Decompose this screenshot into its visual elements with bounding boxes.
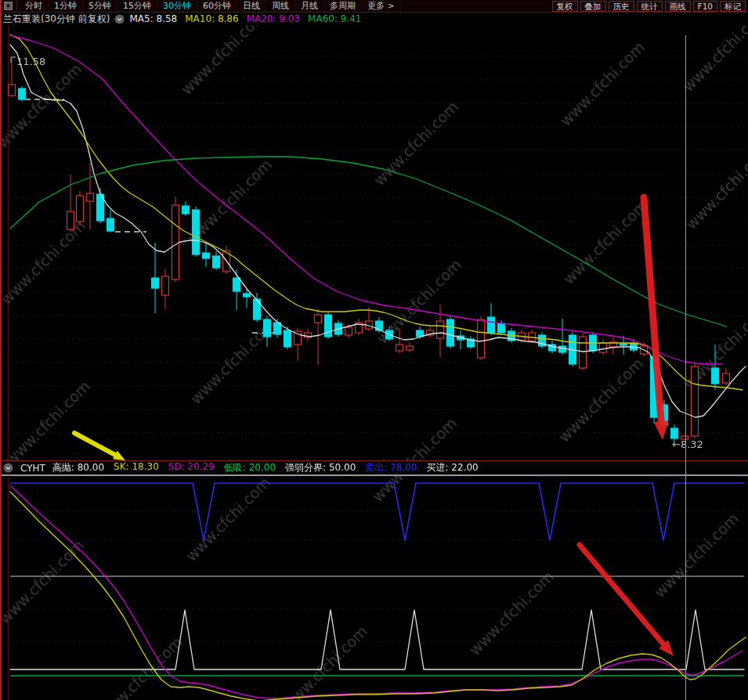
ma-value-2: MA10: 8.86 [185,13,238,24]
indicator-value-2: SK: 18.30 [114,461,159,474]
ma-legend: MA5: 8.58MA10: 8.86MA20: 9.03MA60: 9.41 [129,13,361,24]
trading-app-window: { "menu": { "items": ["分时","1分钟","5分钟","… [0,0,748,700]
indicator-chart[interactable]: www.cfchi.comwww.cfchi.comwww.cfchi.comw… [0,475,748,700]
chevron-down-icon [3,463,13,473]
period-tab-3[interactable]: 5分钟 [83,0,117,12]
high-price-label: 11.58 [16,56,45,67]
period-tabs: 分时1分钟5分钟15分钟30分钟60分钟日线周线月线多周期更多 > [20,0,401,12]
ma-value-4: MA60: 9.41 [308,13,361,24]
toolbar-button-7[interactable]: 标记 [720,1,746,12]
period-menubar: 分时1分钟5分钟15分钟30分钟60分钟日线周线月线多周期更多 > 复权叠加历史… [0,0,748,13]
indicator-value-6: 卖出: 78.00 [365,461,417,474]
period-tab-7[interactable]: 日线 [237,0,266,12]
period-tab-4[interactable]: 15分钟 [117,0,157,12]
toolbar-button-6[interactable]: F10 [693,1,717,12]
period-tab-8[interactable]: 周线 [266,0,295,12]
stock-info-bar: 兰石重装(30分钟 前复权) MA5: 8.58MA10: 8.86MA20: … [0,13,748,25]
period-tab-6[interactable]: 60分钟 [197,0,237,12]
toolbar-button-3[interactable]: 历史 [609,1,634,12]
period-tab-11[interactable]: 更多 > [362,0,401,12]
candlestick-chart[interactable]: www.cfchi.comwww.cfchi.comwww.cfchi.comw… [0,25,748,460]
window-icon-glyph [4,2,13,10]
period-tab-1[interactable]: 分时 [20,0,49,12]
ma-value-3: MA20: 9.03 [247,13,300,24]
toolbar-button-5[interactable]: 画线 [665,1,691,12]
indicator-legend: 高抛: 80.00SK: 18.30SD: 20.29低吸: 20.00强弱分界… [52,461,479,474]
indicator-value-7: 买进: 22.00 [427,461,479,474]
window-left-border [0,0,2,700]
ma-value-1: MA5: 8.58 [129,13,177,24]
indicator-value-1: 高抛: 80.00 [52,461,104,474]
period-tab-5[interactable]: 30分钟 [157,0,197,12]
low-price-label: ←8.32 [672,438,703,450]
toolbar-button-4[interactable]: 统计 [637,1,663,12]
stock-title: 兰石重装(30分钟 前复权) [3,13,110,26]
indicator-name: CYHT [20,463,45,474]
indicator-title-bar: CYHT 高抛: 80.00SK: 18.30SD: 20.29低吸: 20.0… [0,460,748,475]
indicator-panel-area[interactable]: www.cfchi.comwww.cfchi.comwww.cfchi.comw… [0,475,748,700]
chevron-down-icon [114,14,125,24]
main-chart-area[interactable]: www.cfchi.comwww.cfchi.comwww.cfchi.comw… [0,25,748,460]
indicator-collapse-chevron-icon[interactable] [3,463,13,473]
collapse-chevron-icon[interactable] [114,14,125,24]
indicator-value-3: SD: 20.29 [168,461,215,474]
indicator-value-5: 强弱分界: 50.00 [285,461,356,474]
period-tab-9[interactable]: 月线 [295,0,324,12]
toolbar-buttons: 复权叠加历史统计画线F10标记 [552,1,746,12]
indicator-value-4: 低吸: 20.00 [224,461,276,474]
toolbar-button-2[interactable]: 叠加 [580,1,606,12]
period-tab-2[interactable]: 1分钟 [49,0,83,12]
window-icon[interactable] [2,1,17,11]
toolbar-button-1[interactable]: 复权 [552,1,578,12]
period-tab-10[interactable]: 多周期 [324,0,362,12]
